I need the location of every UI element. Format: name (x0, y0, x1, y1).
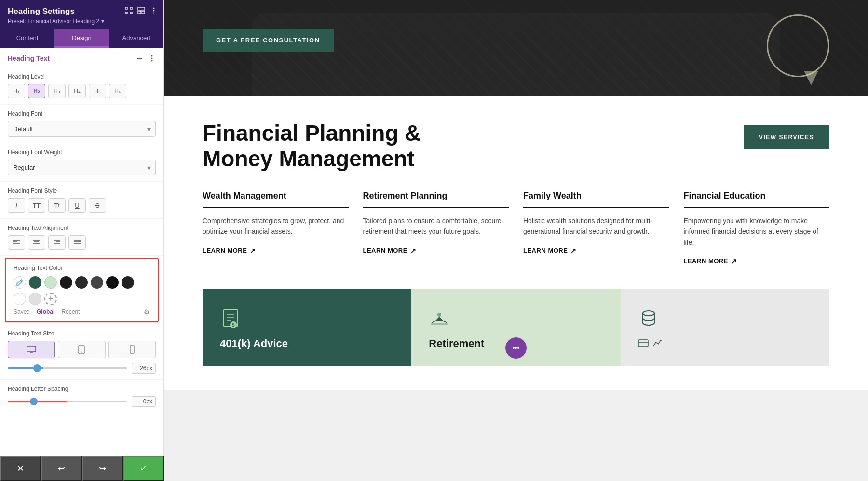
color-picker-btn[interactable] (14, 276, 26, 289)
svg-point-44 (517, 347, 519, 349)
card-title-401k: 401(k) Advice (220, 337, 288, 350)
card-title-retirement: Retirement (429, 337, 484, 350)
card-401k: $ 401(k) Advice (203, 289, 411, 366)
h5-btn[interactable]: H₅ (89, 84, 106, 98)
circle-decoration (767, 14, 829, 77)
section-title: Heading Text (8, 54, 50, 62)
heading-level-group: Heading Level H₁ H₂ H₃ H₄ H₅ H₆ (0, 67, 163, 105)
h3-btn[interactable]: H₃ (48, 84, 66, 98)
uppercase-btn[interactable]: TT (28, 198, 45, 213)
bottom-cards: $ 401(k) Advice Retirement (203, 289, 829, 366)
svg-point-13 (151, 60, 153, 62)
svg-rect-5 (138, 11, 141, 14)
capitalize-btn[interactable]: Tt (48, 198, 66, 213)
layout-icon[interactable] (137, 7, 145, 14)
spacing-value: 0px (132, 396, 156, 407)
heading-text-color-group: Heading Text Color + Saved (5, 258, 159, 322)
mobile-size-btn[interactable] (108, 341, 156, 358)
svg-point-45 (643, 311, 654, 316)
service-title-family: Family Wealth (523, 191, 669, 201)
cta-button[interactable]: GET A FREE CONSULTATION (203, 29, 334, 52)
spacing-slider[interactable] (8, 401, 127, 402)
spacing-slider-row: 0px (8, 396, 156, 407)
swatch-black1[interactable] (60, 276, 72, 289)
services-grid: Wealth Management Comprehensive strategi… (203, 191, 829, 265)
swatch-light-gray[interactable] (29, 293, 41, 305)
h1-btn[interactable]: H₁ (8, 84, 25, 98)
svg-rect-2 (125, 12, 127, 14)
section-header: Heading Text (0, 48, 163, 67)
heading-text-alignment-label: Heading Text Alignment (8, 225, 156, 231)
panel-preset[interactable]: Preset: Financial Advisor Heading 2 ▾ (8, 18, 156, 25)
service-divider-4 (684, 207, 830, 208)
color-settings-icon[interactable]: ⚙ (144, 308, 150, 316)
tab-design[interactable]: Design (54, 29, 109, 48)
right-panel: GET A FREE CONSULTATION Financial Planni… (164, 0, 868, 481)
learn-more-retirement[interactable]: LEARN MORE (363, 247, 509, 254)
card-icon-retirement (429, 308, 450, 330)
heading-font-weight-select[interactable]: Regular (8, 160, 156, 175)
heading-letter-spacing-label: Heading Letter Spacing (8, 386, 156, 392)
tabs-bar: Content Design Advanced (0, 29, 163, 48)
swatch-black5[interactable] (122, 276, 134, 289)
heading-font-group: Heading Font Default (0, 105, 163, 143)
swatch-black3[interactable] (91, 276, 103, 289)
strikethrough-btn[interactable]: S (89, 198, 106, 213)
learn-more-wealth[interactable]: LEARN MORE (203, 247, 349, 254)
cancel-button[interactable]: ✕ (0, 456, 41, 481)
size-slider[interactable] (8, 367, 127, 369)
svg-point-12 (151, 58, 153, 59)
service-title-wealth: Wealth Management (203, 191, 349, 201)
service-title-retirement: Retirement Planning (363, 191, 509, 201)
collapse-icon[interactable] (136, 54, 143, 62)
swatch-white[interactable] (14, 293, 26, 305)
desktop-size-btn[interactable] (8, 341, 55, 358)
swatch-dark-green[interactable] (29, 276, 41, 289)
service-card-wealth: Wealth Management Comprehensive strategi… (203, 191, 349, 265)
heading-text-color-label: Heading Text Color (14, 265, 150, 271)
undo-button[interactable]: ↩ (41, 456, 82, 481)
redo-button[interactable]: ↪ (82, 456, 123, 481)
tab-content[interactable]: Content (0, 29, 54, 48)
style-buttons: I TT Tt U S (8, 198, 156, 213)
service-desc-wealth: Comprehensive strategies to grow, protec… (203, 215, 349, 237)
tab-advanced[interactable]: Advanced (109, 29, 163, 48)
learn-more-family[interactable]: LEARN MORE (523, 247, 669, 254)
learn-more-education[interactable]: LEARN MORE (684, 257, 830, 265)
color-tab-saved[interactable]: Saved (14, 308, 30, 315)
h6-btn[interactable]: H₆ (109, 84, 126, 98)
color-swatches (14, 276, 150, 289)
align-center-btn[interactable] (28, 235, 45, 250)
align-justify-btn[interactable] (68, 235, 86, 250)
align-left-btn[interactable] (8, 235, 25, 250)
color-tab-recent[interactable]: Recent (61, 308, 80, 315)
more-section-icon[interactable] (148, 54, 156, 62)
align-right-btn[interactable] (48, 235, 66, 250)
heading-text-size-label: Heading Text Size (8, 330, 156, 337)
swatch-black4[interactable] (106, 276, 119, 289)
focus-icon[interactable] (125, 7, 133, 14)
more-icon[interactable] (150, 7, 158, 14)
h4-btn[interactable]: H₄ (68, 84, 86, 98)
view-services-button[interactable]: VIEW SERVICES (744, 125, 829, 149)
svg-rect-3 (130, 12, 132, 14)
size-value: 26px (132, 363, 156, 374)
bottom-bar: ✕ ↩ ↪ ✓ (0, 456, 164, 481)
main-heading: Financial Planning & Money Management (203, 120, 444, 172)
underline-btn[interactable]: U (68, 198, 86, 213)
svg-rect-6 (142, 11, 145, 14)
italic-btn[interactable]: I (8, 198, 25, 213)
svg-point-7 (153, 8, 155, 9)
svg-point-11 (151, 55, 153, 57)
heading-font-weight-label: Heading Font Weight (8, 149, 156, 156)
swatch-light-green[interactable] (44, 276, 57, 289)
chat-bubble[interactable] (505, 337, 527, 359)
tablet-size-btn[interactable] (58, 341, 105, 358)
save-button[interactable]: ✓ (123, 456, 164, 481)
color-tab-global[interactable]: Global (37, 308, 54, 315)
swatch-add[interactable]: + (44, 293, 57, 305)
swatch-black2[interactable] (75, 276, 88, 289)
heading-font-select[interactable]: Default (8, 121, 156, 137)
h2-btn[interactable]: H₂ (28, 84, 45, 98)
content-area: Financial Planning & Money Management VI… (164, 96, 868, 390)
